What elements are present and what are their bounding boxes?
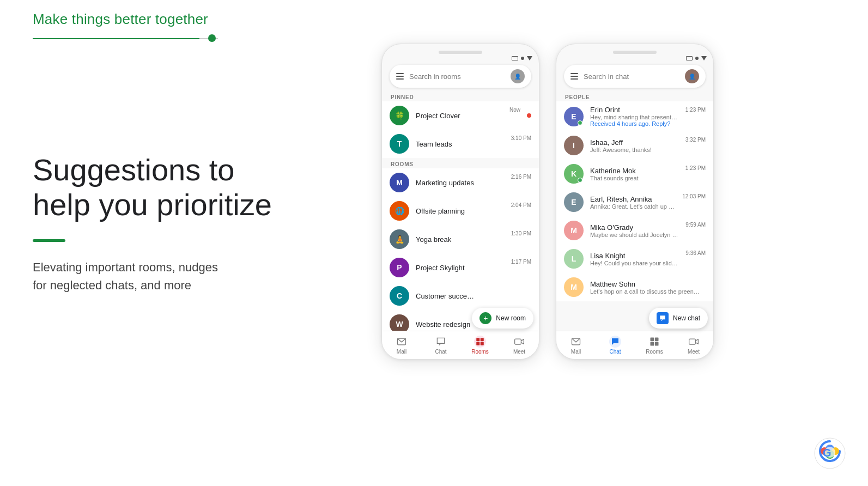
nav-chat-label-active: Chat xyxy=(609,349,621,355)
nav-rooms[interactable]: Rooms xyxy=(460,335,500,356)
chat-search-bar[interactable]: Search in chat 👤 xyxy=(564,65,706,88)
list-item[interactable]: 🌐 Offsite planning 2:04 PM xyxy=(382,197,539,225)
ishaa-time: 3:32 PM xyxy=(685,136,706,143)
offsite-avatar: 🌐 xyxy=(390,201,409,221)
meet-icon-chat xyxy=(688,336,700,348)
team-leads-name: Team leads xyxy=(416,140,505,148)
list-item[interactable]: E Erin Orint Hey, mind sharing that pres… xyxy=(556,101,713,131)
rooms-icon-chat xyxy=(648,336,660,348)
online-indicator xyxy=(578,120,582,125)
ishaa-info: Ishaa, Jeff Jeff: Awesome, thanks! xyxy=(590,138,679,153)
rooms-search-text: Search in rooms xyxy=(409,72,505,81)
project-clover-time: Now xyxy=(509,106,520,113)
skylight-name: Project Skylight xyxy=(416,264,505,272)
marketing-avatar: M xyxy=(390,173,409,192)
nav-rooms-label: Rooms xyxy=(471,349,489,355)
chat-icon xyxy=(435,336,447,348)
lisa-name: Lisa Knight xyxy=(590,252,679,260)
rooms-user-avatar[interactable]: 👤 xyxy=(511,69,525,83)
customer-avatar: C xyxy=(390,286,409,306)
nav-meet-chat[interactable]: Meet xyxy=(674,335,713,356)
signal-icon xyxy=(521,57,524,60)
new-room-fab[interactable]: + New room xyxy=(472,308,533,329)
nav-mail[interactable]: Mail xyxy=(382,335,421,356)
matthew-avatar: M xyxy=(564,277,584,297)
list-item[interactable]: K Katherine Mok That sounds great 1:23 P… xyxy=(556,160,713,188)
new-room-plus-icon: + xyxy=(479,312,491,324)
mika-info: Mika O'Grady Maybe we should add Jocelyn… xyxy=(590,223,679,238)
list-item[interactable]: M Mika O'Grady Maybe we should add Jocel… xyxy=(556,216,713,245)
list-item[interactable]: 🍀 Project Clover Now xyxy=(382,101,539,130)
rooms-bottom-nav: Mail Chat xyxy=(382,331,539,359)
katherine-info: Katherine Mok That sounds great xyxy=(590,167,679,181)
list-item[interactable]: M Marketing updates 2:16 PM xyxy=(382,168,539,197)
mail-icon xyxy=(396,336,408,348)
signal-tri-icon xyxy=(527,56,532,60)
project-clover-info: Project Clover xyxy=(416,112,503,120)
yoga-avatar: 🧘 xyxy=(390,229,409,249)
skylight-info: Project Skylight xyxy=(416,264,505,272)
list-item[interactable]: T Team leads 3:10 PM xyxy=(382,130,539,158)
chat-user-avatar[interactable]: 👤 xyxy=(685,69,699,83)
erin-name: Erin Orint xyxy=(590,106,679,114)
online-indicator xyxy=(578,178,582,183)
chat-menu-icon[interactable] xyxy=(570,73,578,80)
nav-meet[interactable]: Meet xyxy=(500,335,539,356)
main-heading: Suggestions to help you prioritize xyxy=(33,153,272,223)
list-item[interactable]: P Project Skylight 1:17 PM xyxy=(382,253,539,282)
nav-chat[interactable]: Chat xyxy=(421,335,460,356)
team-leads-info: Team leads xyxy=(416,140,505,148)
matthew-name: Matthew Sohn xyxy=(590,280,706,288)
ishaa-avatar: I xyxy=(564,136,584,155)
ishaa-name: Ishaa, Jeff xyxy=(590,138,679,147)
nav-chat-active[interactable]: Chat xyxy=(596,335,635,356)
chat-icon-active xyxy=(609,336,621,348)
nav-mail-chat[interactable]: Mail xyxy=(556,335,596,356)
marketing-time: 2:16 PM xyxy=(511,173,531,180)
yoga-time: 1:30 PM xyxy=(511,229,531,236)
marketing-info: Marketing updates xyxy=(416,179,505,187)
new-chat-icon xyxy=(657,312,669,324)
ishaa-preview: Jeff: Awesome, thanks! xyxy=(590,147,679,153)
list-item[interactable]: I Ishaa, Jeff Jeff: Awesome, thanks! 3:3… xyxy=(556,131,713,160)
nav-rooms-label-chat: Rooms xyxy=(646,349,663,355)
rooms-search-bar[interactable]: Search in rooms 👤 xyxy=(390,65,531,88)
marketing-name: Marketing updates xyxy=(416,179,505,187)
nav-rooms-chat[interactable]: Rooms xyxy=(635,335,674,356)
lisa-time: 9:36 AM xyxy=(685,249,706,256)
customer-name: Customer succe… xyxy=(416,292,531,300)
rooms-section-label: ROOMS xyxy=(382,158,539,168)
svg-rect-10 xyxy=(476,342,479,345)
new-chat-label: New chat xyxy=(673,314,700,322)
svg-rect-9 xyxy=(481,338,484,341)
offsite-name: Offsite planning xyxy=(416,207,505,215)
phones-area: Search in rooms 👤 PINNED 🍀 Project Clove… xyxy=(381,44,714,360)
katherine-preview: That sounds great xyxy=(590,175,679,181)
list-item[interactable]: 🧘 Yoga break 1:30 PM xyxy=(382,225,539,253)
pinned-label: PINNED xyxy=(382,91,539,101)
mika-preview: Maybe we should add Jocelyn to the ro… xyxy=(590,232,679,238)
katherine-name: Katherine Mok xyxy=(590,167,679,175)
offsite-info: Offsite planning xyxy=(416,207,505,215)
header-dot xyxy=(208,34,216,42)
new-chat-fab[interactable]: New chat xyxy=(649,308,708,329)
list-item[interactable]: E Earl, Ritesh, Annika Annika: Great. Le… xyxy=(556,188,713,216)
list-item[interactable]: L Lisa Knight Hey! Could you share your … xyxy=(556,245,713,273)
lisa-avatar: L xyxy=(564,249,584,269)
list-item[interactable]: C Customer succe… xyxy=(382,282,539,310)
offsite-time: 2:04 PM xyxy=(511,201,531,208)
nav-chat-label: Chat xyxy=(435,349,446,355)
project-clover-avatar: 🍀 xyxy=(390,106,409,125)
mika-time: 9:59 AM xyxy=(685,221,706,228)
menu-icon[interactable] xyxy=(396,73,404,80)
nudge-text[interactable]: Received 4 hours ago. Reply? xyxy=(590,120,670,127)
mika-avatar: M xyxy=(564,221,584,240)
list-item[interactable]: M Matthew Sohn Let's hop on a call to di… xyxy=(556,273,713,301)
svg-rect-8 xyxy=(476,338,479,341)
earl-name: Earl, Ritesh, Annika xyxy=(590,195,676,203)
google-logo: G xyxy=(814,437,846,470)
svg-rect-16 xyxy=(651,342,654,346)
nav-meet-label-chat: Meet xyxy=(688,349,700,355)
matthew-preview: Let's hop on a call to discuss the preen… xyxy=(590,288,706,295)
katherine-time: 1:23 PM xyxy=(685,164,706,171)
